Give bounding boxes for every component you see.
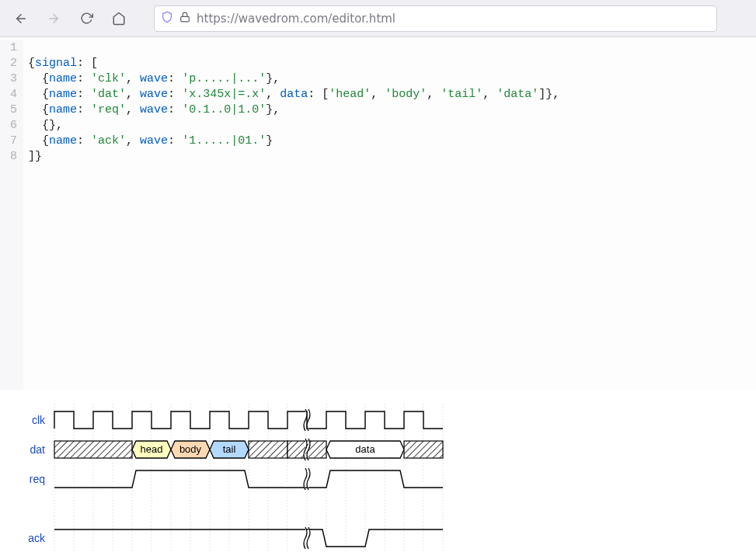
- waveform-panel: clkdatreqackheadbodytaildata: [0, 390, 756, 559]
- waveform-svg: clkdatreqackheadbodytaildata: [0, 396, 451, 559]
- signal-name-ack: ack: [28, 532, 46, 544]
- home-button[interactable]: [106, 6, 132, 31]
- back-button[interactable]: [8, 6, 34, 31]
- lock-icon: [179, 12, 190, 26]
- signal-name-clk: clk: [32, 414, 46, 426]
- reload-button[interactable]: [73, 6, 99, 31]
- forward-button[interactable]: [40, 6, 67, 31]
- code-content[interactable]: {signal: [ {name: 'clk', wave: 'p.....|.…: [23, 40, 559, 390]
- browser-toolbar: https://wavedrom.com/editor.html: [0, 0, 756, 37]
- svg-rect-33: [404, 441, 443, 458]
- address-bar[interactable]: https://wavedrom.com/editor.html: [154, 5, 717, 32]
- shield-icon: [161, 11, 173, 26]
- svg-rect-26: [54, 441, 132, 458]
- url-text: https://wavedrom.com/editor.html: [197, 12, 395, 26]
- bus-label-tail: tail: [223, 443, 236, 455]
- bus-label-head: head: [141, 443, 163, 455]
- signal-name-dat: dat: [30, 443, 46, 456]
- signal-name-req: req: [30, 473, 45, 485]
- bus-label-data: data: [355, 443, 375, 455]
- svg-rect-2: [181, 16, 190, 21]
- line-gutter: 12345678: [0, 40, 23, 390]
- bus-label-body: body: [179, 443, 202, 455]
- code-editor[interactable]: 12345678 {signal: [ {name: 'clk', wave: …: [0, 37, 756, 390]
- svg-rect-30: [249, 441, 287, 458]
